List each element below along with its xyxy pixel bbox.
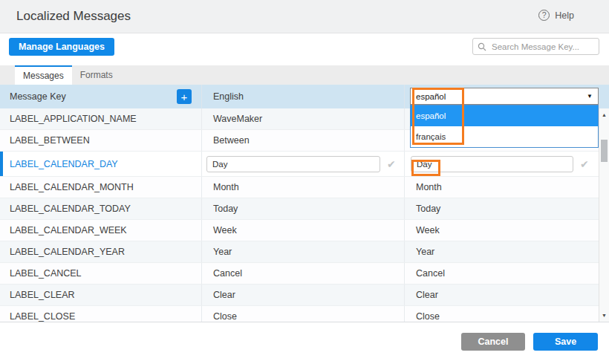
language-value: Close: [416, 311, 440, 322]
message-key-label: LABEL_CALENDAR_TODAY: [10, 204, 131, 214]
title-bar: Localized Messages ? Help: [0, 0, 609, 33]
table-scrollbar[interactable]: ▲ ▼: [599, 108, 609, 322]
english-value: Between: [213, 135, 250, 146]
table-row[interactable]: LABEL_CALENDAR_MONTH Month Month: [0, 177, 609, 198]
caret-down-icon: ▼: [587, 93, 593, 100]
message-key-label: LABEL_CLEAR: [10, 290, 75, 300]
tab-formats[interactable]: Formats: [72, 65, 121, 85]
english-value: Close: [213, 311, 237, 322]
language-value-input[interactable]: [411, 156, 573, 172]
english-value: Week: [213, 225, 237, 235]
message-key-label: LABEL_CLOSE: [10, 311, 75, 322]
english-value: Year: [213, 247, 232, 257]
message-key-label: LABEL_CALENDAR_MONTH: [10, 182, 134, 192]
message-key-label: LABEL_APPLICATION_NAME: [10, 114, 137, 124]
language-value: Cancel: [416, 268, 445, 279]
language-value: Month: [416, 182, 442, 192]
cancel-button[interactable]: Cancel: [461, 333, 525, 351]
language-value: Clear: [416, 290, 438, 300]
confirm-check-icon[interactable]: ✔: [580, 158, 589, 170]
message-key-label: LABEL_CALENDAR_YEAR: [10, 247, 125, 257]
scroll-down-icon[interactable]: ▼: [599, 313, 609, 318]
column-header-message-key: Message Key +: [0, 85, 202, 108]
english-value: Today: [213, 204, 238, 214]
language-select-value: español: [416, 92, 446, 101]
search-box[interactable]: [472, 38, 599, 55]
message-key-label: LABEL_CANCEL: [10, 268, 82, 279]
help-link[interactable]: ? Help: [538, 10, 574, 21]
tab-messages[interactable]: Messages: [15, 65, 72, 85]
english-value: Month: [213, 182, 239, 192]
table-row[interactable]: LABEL_CANCEL Cancel Cancel: [0, 263, 609, 285]
language-value: Week: [416, 225, 440, 235]
language-option[interactable]: español: [411, 105, 598, 126]
language-select[interactable]: español ▼: [410, 88, 599, 105]
column-header-english: English: [202, 85, 405, 108]
page-title: Localized Messages: [16, 9, 131, 24]
scrollbar-thumb[interactable]: [601, 140, 608, 162]
english-value: Clear: [213, 290, 235, 300]
table-row[interactable]: LABEL_CLOSE Close Close: [0, 306, 609, 322]
language-dropdown: españolfrançais: [410, 105, 599, 148]
manage-languages-button[interactable]: Manage Languages: [9, 38, 114, 56]
table-row[interactable]: LABEL_CLEAR Clear Clear: [0, 285, 609, 306]
message-key-header-label: Message Key: [10, 91, 66, 102]
message-key-label: LABEL_CALENDAR_WEEK: [10, 225, 127, 235]
table-row[interactable]: LABEL_CALENDAR_WEEK Week Week: [0, 220, 609, 241]
search-icon: [478, 42, 486, 51]
table-row[interactable]: LABEL_CALENDAR_YEAR Year Year: [0, 241, 609, 263]
add-message-key-button[interactable]: +: [177, 89, 192, 104]
language-option[interactable]: français: [411, 126, 598, 147]
table-row[interactable]: LABEL_CALENDAR_TODAY Today Today: [0, 198, 609, 220]
table-row[interactable]: LABEL_CALENDAR_DAY ✔ ✔: [0, 152, 609, 177]
english-header-label: English: [213, 91, 244, 102]
help-question-icon: ?: [538, 10, 550, 21]
save-button[interactable]: Save: [533, 333, 598, 351]
confirm-check-icon[interactable]: ✔: [387, 158, 396, 170]
english-value: Cancel: [213, 268, 242, 279]
language-value: Year: [416, 247, 434, 257]
language-value: Today: [416, 204, 440, 214]
message-key-label: LABEL_BETWEEN: [10, 135, 90, 146]
scroll-up-icon[interactable]: ▲: [599, 112, 609, 117]
message-key-label: LABEL_CALENDAR_DAY: [10, 159, 118, 169]
localized-messages-dialog: Localized Messages ? Help Manage Languag…: [0, 0, 609, 364]
help-label: Help: [555, 10, 574, 21]
tab-strip: Messages Formats: [0, 65, 609, 85]
search-input[interactable]: [490, 42, 594, 52]
english-value: WaveMaker: [213, 114, 262, 124]
english-value-input[interactable]: [206, 156, 380, 172]
